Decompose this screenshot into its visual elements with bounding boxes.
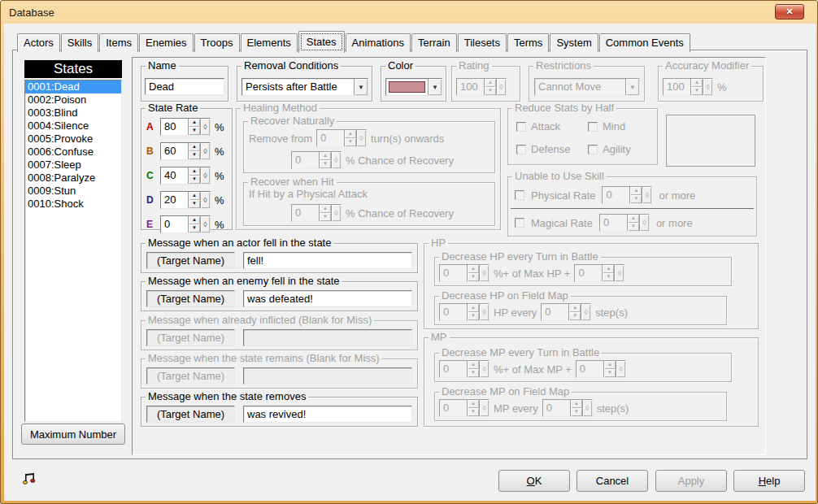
spinner-value[interactable]: 80	[161, 119, 188, 135]
msg-state-removes-input[interactable]: was revived!	[243, 406, 412, 423]
spinner-value[interactable]: 40	[161, 167, 188, 184]
msg-already-inflicted-input[interactable]	[243, 329, 412, 346]
spin-down-icon[interactable]: ▼	[468, 369, 479, 377]
spin-down-icon[interactable]: ▼	[603, 273, 614, 281]
state-list-item[interactable]: 0002:Poison	[25, 93, 121, 106]
spin-handle[interactable]: ◊	[496, 79, 506, 95]
tab-troops[interactable]: Troops	[194, 33, 240, 52]
ok-button[interactable]: OK	[498, 470, 570, 492]
mp-turn-flat-spinner[interactable]: 0▲▼◊	[576, 360, 626, 378]
spin-up-icon[interactable]: ▲	[603, 265, 614, 273]
physical-rate-spinner[interactable]: 0▲▼◊	[602, 186, 652, 204]
rating-spinner[interactable]: 100▲▼◊	[456, 78, 507, 96]
msg-state-remains-input[interactable]	[243, 367, 412, 385]
titlebar[interactable]: Database ✕	[1, 1, 817, 24]
dropdown-button[interactable]: ▼	[354, 79, 368, 95]
tab-common-events[interactable]: Common Events	[599, 33, 690, 52]
hp-turn-flat-spinner[interactable]: 0▲▼◊	[574, 264, 624, 282]
mp-turn-pct-spinner[interactable]: 0▲▼◊	[439, 360, 489, 378]
tab-states[interactable]: States	[298, 31, 345, 53]
spin-up-icon[interactable]: ▲	[691, 79, 703, 87]
spinner-value[interactable]: 0	[542, 304, 568, 320]
msg-actor-fell-input[interactable]: fell!	[243, 252, 412, 269]
rate-b-spinner[interactable]: 60▲▼◊	[160, 142, 211, 160]
apply-button[interactable]: Apply	[655, 470, 727, 492]
state-list-item[interactable]: 0007:Sleep	[25, 159, 121, 172]
spin-handle[interactable]: ◊	[479, 304, 489, 320]
tab-animations[interactable]: Animations	[346, 33, 411, 52]
natural-chance-spinner[interactable]: 0▲▼◊	[291, 151, 342, 169]
spin-handle[interactable]: ◊	[479, 400, 489, 416]
tab-enemies[interactable]: Enemies	[139, 33, 194, 52]
hp-turn-pct-spinner[interactable]: 0▲▼◊	[439, 264, 489, 282]
spin-down-icon[interactable]: ▼	[485, 87, 496, 95]
name-input[interactable]: Dead	[145, 78, 224, 95]
removal-conditions-select[interactable]: Persists after Battle ▼	[241, 78, 368, 96]
spinner-value[interactable]: 0	[603, 187, 629, 203]
spin-handle[interactable]: ◊	[582, 400, 592, 416]
spinner-value[interactable]: 0	[161, 216, 188, 232]
spin-up-icon[interactable]: ▲	[485, 79, 496, 87]
state-list-item[interactable]: 0003:Blind	[25, 106, 121, 119]
physical-rate-checkbox[interactable]	[515, 190, 524, 200]
tab-system[interactable]: System	[550, 33, 598, 52]
tab-terrain[interactable]: Terrain	[411, 33, 457, 52]
spinner-value[interactable]: 0	[292, 205, 319, 221]
state-list-item[interactable]: 0009:Stun	[25, 185, 121, 198]
rate-d-spinner[interactable]: 20▲▼◊	[160, 191, 211, 209]
spinner-value[interactable]: 0	[440, 400, 467, 416]
spinner-value[interactable]: 0	[577, 361, 603, 377]
close-button[interactable]: ✕	[775, 4, 804, 20]
spin-handle[interactable]: ◊	[200, 216, 210, 232]
spin-down-icon[interactable]: ▼	[468, 408, 479, 416]
spin-down-icon[interactable]: ▼	[691, 87, 703, 95]
spin-handle[interactable]: ◊	[642, 187, 651, 203]
attack-checkbox[interactable]	[516, 122, 526, 132]
spin-handle[interactable]: ◊	[200, 192, 210, 208]
spinner-value[interactable]: 0	[317, 130, 344, 146]
spinner-value[interactable]: 0	[575, 265, 602, 281]
restrictions-select[interactable]: Cannot Move ▼	[534, 78, 640, 96]
tab-elements[interactable]: Elements	[241, 33, 298, 52]
spinner-value[interactable]: 0	[600, 215, 627, 231]
msg-enemy-fell-input[interactable]: was defeated!	[243, 290, 412, 307]
spin-up-icon[interactable]: ▲	[468, 304, 479, 312]
spin-down-icon[interactable]: ▼	[189, 127, 200, 135]
spin-handle[interactable]: ◊	[581, 304, 590, 320]
defense-checkbox[interactable]	[516, 145, 526, 154]
spin-down-icon[interactable]: ▼	[189, 224, 200, 232]
magical-rate-spinner[interactable]: 0▲▼◊	[599, 214, 650, 232]
spin-down-icon[interactable]: ▼	[569, 312, 581, 320]
spin-handle[interactable]: ◊	[614, 265, 624, 281]
spin-down-icon[interactable]: ▼	[604, 369, 616, 377]
spin-up-icon[interactable]: ▲	[189, 119, 200, 127]
tab-terms[interactable]: Terms	[507, 33, 549, 52]
spin-down-icon[interactable]: ▼	[345, 138, 356, 146]
state-list-item[interactable]: 0010:Shock	[25, 198, 121, 211]
spinner-value[interactable]: 100	[457, 79, 484, 95]
spin-up-icon[interactable]: ▲	[189, 216, 200, 224]
spin-up-icon[interactable]: ▲	[571, 400, 582, 408]
mp-field-amount-spinner[interactable]: 0▲▼◊	[439, 399, 489, 417]
state-list-item-selected[interactable]: 0001:Dead	[25, 80, 121, 93]
spin-up-icon[interactable]: ▲	[345, 130, 356, 138]
mind-checkbox[interactable]	[588, 122, 598, 132]
spin-down-icon[interactable]: ▼	[189, 200, 200, 208]
spin-up-icon[interactable]: ▲	[189, 143, 200, 151]
hit-chance-spinner[interactable]: 0▲▼◊	[291, 204, 342, 222]
dropdown-button[interactable]: ▼	[625, 79, 639, 95]
state-list-item[interactable]: 0008:Paralyze	[25, 172, 121, 185]
spin-down-icon[interactable]: ▼	[320, 160, 331, 168]
spin-handle[interactable]: ◊	[331, 205, 341, 221]
spin-down-icon[interactable]: ▼	[630, 195, 642, 203]
spin-handle[interactable]: ◊	[200, 119, 210, 135]
spin-up-icon[interactable]: ▲	[569, 304, 581, 312]
spin-handle[interactable]: ◊	[200, 143, 210, 159]
spin-down-icon[interactable]: ▼	[189, 151, 200, 159]
spin-up-icon[interactable]: ▲	[468, 265, 479, 273]
tab-tilesets[interactable]: Tilesets	[458, 33, 507, 52]
spin-down-icon[interactable]: ▼	[189, 176, 200, 184]
spin-up-icon[interactable]: ▲	[468, 361, 479, 369]
magical-rate-checkbox[interactable]	[515, 218, 524, 228]
tab-items[interactable]: Items	[99, 33, 138, 52]
